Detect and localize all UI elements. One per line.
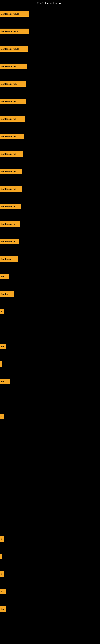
bottleneck-label: Bottleneck res <box>1 100 16 103</box>
bottleneck-bar: Bottleneck result <box>0 28 29 34</box>
bottleneck-bar: Bottlenec <box>0 256 18 262</box>
bottleneck-bar: Bottleneck re <box>0 204 21 209</box>
bottleneck-label: | <box>1 555 1 558</box>
bottleneck-label: B <box>1 590 2 593</box>
bottleneck-label: Bottleneck res <box>1 170 16 173</box>
bottleneck-bar: Bottleneck res <box>0 186 22 192</box>
bottleneck-label: Bottlen <box>1 293 8 295</box>
bottleneck-bar: Bot <box>0 274 9 279</box>
bottleneck-bar: Bottleneck res <box>0 98 26 104</box>
bottleneck-bar: Bottleneck res <box>0 116 25 122</box>
bottleneck-bar: Bottleneck res <box>0 169 22 174</box>
bottleneck-label: Bottleneck re <box>1 240 15 243</box>
bottleneck-bar: Bo <box>0 606 6 612</box>
bottleneck-bar: E <box>0 571 3 577</box>
bottleneck-label: Bottleneck res <box>1 153 16 155</box>
bottleneck-bar: Bottleneck res <box>0 151 23 157</box>
bottleneck-bar: E <box>0 414 3 420</box>
bottleneck-bar: Bottleneck res <box>0 134 24 139</box>
bottleneck-label: Bott <box>1 380 5 383</box>
bottleneck-bar: Bottleneck re <box>0 221 20 227</box>
bottleneck-bar: B <box>0 309 4 314</box>
bottleneck-label: E <box>1 573 2 575</box>
bottleneck-bar: Bottleneck resu <box>0 81 26 87</box>
bottleneck-label: | <box>1 363 1 365</box>
bottleneck-label: Bottleneck res <box>1 188 16 190</box>
bottleneck-bar: B <box>0 589 6 594</box>
bottleneck-label: Bottleneck re <box>1 205 15 208</box>
bottleneck-bar: | <box>0 361 2 367</box>
bottleneck-bar: Bottleneck result <box>0 11 29 17</box>
bottleneck-bar: Bottlen <box>0 291 14 297</box>
bottleneck-bar: Bo <box>0 344 6 349</box>
bottleneck-label: B <box>1 310 2 313</box>
bottleneck-label: Bottleneck res <box>1 135 16 138</box>
bottleneck-label: Bottleneck result <box>1 30 19 32</box>
bottleneck-bar: | <box>0 554 2 559</box>
bottleneck-label: Bottleneck result <box>1 48 19 50</box>
bottleneck-label: E <box>1 416 2 418</box>
bottleneck-label: Bottleneck result <box>1 13 19 15</box>
bottleneck-label: Bo <box>1 345 4 348</box>
site-title: TheBottlenecker.com <box>0 2 100 5</box>
bottleneck-label: Bottleneck re <box>1 223 15 225</box>
bottleneck-label: Bottlenec <box>1 258 11 260</box>
bottleneck-bar: Bottleneck result <box>0 46 28 52</box>
bottleneck-label: Bottleneck resu <box>1 83 17 85</box>
bottleneck-label: E <box>1 538 2 540</box>
bottleneck-bar: E <box>0 536 3 542</box>
bottleneck-label: Bot <box>1 275 4 278</box>
bottleneck-bar: Bottleneck re <box>0 239 19 244</box>
bottleneck-bar: Bott <box>0 379 10 384</box>
bottleneck-label: Bottleneck resu <box>1 65 17 68</box>
bottleneck-label: Bo <box>1 608 4 610</box>
bottleneck-label: Bottleneck res <box>1 118 16 120</box>
bottleneck-bar: Bottleneck resu <box>0 64 27 69</box>
